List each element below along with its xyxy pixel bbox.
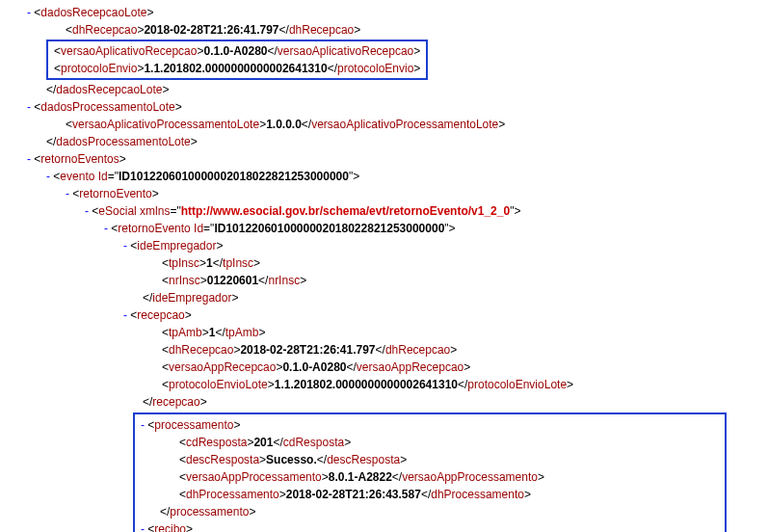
collapse-toggle[interactable] [46, 170, 53, 183]
xml-line: <tpAmb>1</tpAmb> [8, 324, 760, 341]
collapse-toggle[interactable] [27, 152, 34, 166]
xml-line: <retornoEvento> [8, 185, 760, 202]
xml-line: <ideEmpregador> [8, 237, 760, 254]
collapse-toggle[interactable] [27, 100, 34, 114]
tag-open: dadosRecepcaoLote [40, 6, 146, 19]
dh-recepcao-value: 2018-02-28T21:26:41.797 [144, 23, 278, 37]
xml-line: </ideEmpregador> [8, 289, 760, 306]
xml-line: <descResposta>Sucesso.</descResposta> [141, 451, 719, 468]
highlight-box-processamento: <processamento> <cdResposta>201</cdRespo… [133, 412, 727, 532]
xml-line: <cdResposta>201</cdResposta> [141, 434, 719, 451]
xml-line: <retornoEventos> [8, 150, 760, 168]
highlight-box-protocolo: <versaoAplicativoRecepcao>0.1.0-A0280</v… [46, 40, 428, 80]
xml-line: <recibo> [141, 520, 719, 532]
xml-line: </processamento> [141, 503, 719, 520]
xml-line: <retornoEvento Id="ID1012206010000002018… [8, 220, 760, 237]
xml-line: </dadosProcessamentoLote> [8, 133, 760, 150]
collapse-toggle[interactable] [104, 222, 111, 235]
retorno-evento-id: ID1012206010000002018022821253000000 [214, 222, 444, 235]
xml-line: <dadosProcessamentoLote> [8, 98, 760, 116]
xml-line: <processamento> [141, 416, 719, 434]
xml-line: <nrInsc>01220601</nrInsc> [8, 272, 760, 289]
collapse-toggle[interactable] [27, 6, 34, 19]
collapse-toggle[interactable] [85, 204, 92, 218]
highlighted-protocolo-section: <versaoAplicativoRecepcao>0.1.0-A0280</v… [8, 39, 760, 81]
collapse-toggle[interactable] [123, 308, 130, 322]
xml-line: <versaoAppRecepcao>0.1.0-A0280</versaoAp… [8, 359, 760, 376]
protocolo-envio-value: 1.1.201802.0000000000002641310 [144, 62, 327, 75]
xml-line: <evento Id="ID10122060100000020180228212… [8, 168, 760, 185]
xml-line: <versaoAppProcessamento>8.0.1-A2822</ver… [141, 468, 719, 486]
xml-line: <tpInsc>1</tpInsc> [8, 254, 760, 272]
xml-line: <versaoAplicativoProcessamentoLote>1.0.0… [8, 116, 760, 133]
xml-line: <dhProcessamento>2018-02-28T21:26:43.587… [141, 486, 719, 503]
esocial-xmlns: http://www.esocial.gov.br/schema/evt/ret… [181, 204, 510, 218]
collapse-toggle[interactable] [66, 187, 72, 200]
evento-id: ID1012206010000002018022821253000000 [119, 170, 349, 183]
xml-line: <eSocial xmlns="http://www.esocial.gov.b… [8, 202, 760, 220]
xml-line: </recepcao> [8, 393, 760, 411]
collapse-toggle[interactable] [141, 418, 147, 432]
collapse-toggle[interactable] [123, 239, 130, 253]
xml-line: </dadosRecepcaoLote> [8, 81, 760, 98]
xml-line: <protocoloEnvioLote>1.1.201802.000000000… [8, 376, 760, 393]
xml-line: <dhRecepcao>2018-02-28T21:26:41.797</dhR… [8, 21, 760, 39]
xml-line: <dhRecepcao>2018-02-28T21:26:41.797</dhR… [8, 341, 760, 359]
xml-line: <dadosRecepcaoLote> [8, 4, 760, 21]
collapse-toggle[interactable] [141, 522, 147, 532]
xml-line: <recepcao> [8, 306, 760, 324]
